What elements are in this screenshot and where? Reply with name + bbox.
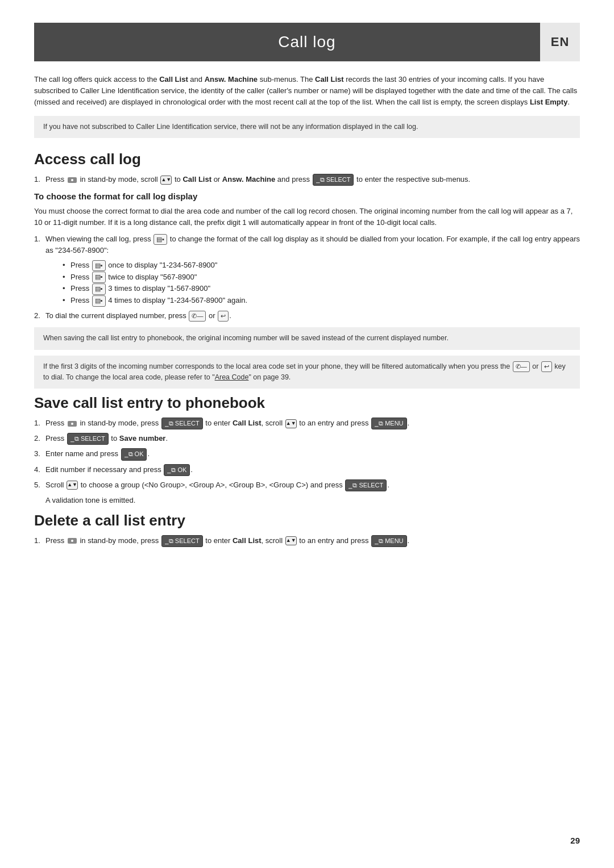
- format-key: ▤▪: [154, 234, 167, 245]
- page-title: Call log: [278, 33, 335, 51]
- svg-point-3: [71, 423, 73, 425]
- format-bullets: Press ▤▪ once to display "1-234-567-8900…: [63, 260, 580, 307]
- fmt-key-4: ▤▪: [92, 295, 106, 307]
- fmt-key-1: ▤▪: [92, 260, 106, 272]
- scroll-icon-2: ▲▼: [285, 419, 297, 428]
- page: Call log EN The call log offers quick ac…: [0, 0, 614, 868]
- ok-key-2: ⎯⧉ OK: [164, 464, 190, 476]
- delete-step-1: 1. Press in stand-by mode, press ⎯⧉ SELE…: [34, 535, 580, 547]
- format-bullet-3: Press ▤▪ 3 times to display "1-567-8900": [63, 283, 580, 295]
- page-header: Call log EN: [34, 23, 580, 61]
- fmt-key-2: ▤▪: [92, 272, 106, 283]
- info-box-text: If you have not subscribed to Caller Lin…: [43, 123, 418, 131]
- delete-section-heading: Delete a call list entry: [34, 512, 580, 529]
- save-step-1: 1. Press in stand-by mode, press ⎯⧉ SELE…: [34, 418, 580, 429]
- format-steps: 1. When viewing the call log, press ▤▪ t…: [34, 233, 580, 322]
- delete-steps: 1. Press in stand-by mode, press ⎯⧉ SELE…: [34, 535, 580, 547]
- save-step-2: 2. Press ⎯⧉ SELECT to Save number.: [34, 433, 580, 445]
- format-intro: You must choose the correct format to di…: [34, 206, 580, 228]
- save-section-heading: Save call list entry to phonebook: [34, 394, 580, 412]
- svg-point-5: [71, 540, 73, 542]
- intro-paragraph: The call log offers quick access to the …: [34, 74, 580, 108]
- svg-point-1: [71, 179, 73, 181]
- access-calllog-heading: Access call log: [34, 151, 580, 168]
- filter-dial-key-2: ↩: [541, 361, 552, 372]
- scroll-icon-4: ▲▼: [285, 536, 297, 545]
- scroll-icon: ▲▼: [160, 176, 172, 185]
- select-key-4: ⎯⧉ SELECT: [345, 479, 387, 491]
- info-box: If you have not subscribed to Caller Lin…: [34, 116, 580, 138]
- access-step-1: 1. Press in stand-by mode, scroll ▲▼ to …: [34, 174, 580, 186]
- home-icon: [67, 176, 77, 184]
- format-step-1: 1. When viewing the call log, press ▤▪ t…: [34, 233, 580, 307]
- format-subheading: To choose the format for call log displa…: [34, 191, 580, 201]
- dial-key-1: ✆—: [189, 311, 206, 322]
- menu-key-2: ⎯⧉ MENU: [371, 535, 406, 547]
- access-calllog-steps: 1. Press in stand-by mode, scroll ▲▼ to …: [34, 174, 580, 186]
- save-step-5: 5. Scroll ▲▼ to choose a group (<No Grou…: [34, 479, 580, 491]
- save-step-4: 4. Edit number if necessary and press ⎯⧉…: [34, 464, 580, 476]
- save-step-6: A validation tone is emitted.: [34, 495, 580, 506]
- format-bullet-1: Press ▤▪ once to display "1-234-567-8900…: [63, 260, 580, 272]
- language-badge: EN: [540, 23, 580, 61]
- save-steps: 1. Press in stand-by mode, press ⎯⧉ SELE…: [34, 418, 580, 506]
- fmt-key-3: ▤▪: [92, 283, 106, 295]
- scroll-icon-3: ▲▼: [67, 481, 78, 490]
- home-icon-3: [67, 537, 77, 545]
- menu-key: ⎯⧉ MENU: [371, 418, 406, 429]
- select-key-2: ⎯⧉ SELECT: [161, 418, 203, 429]
- format-bullet-2: Press ▤▪ twice to display "567-8900": [63, 272, 580, 283]
- select-key-3: ⎯⧉ SELECT: [67, 433, 109, 445]
- filter-note-box: If the first 3 digits of the incoming nu…: [34, 356, 580, 389]
- select-key: ⎯⧉ SELECT: [313, 174, 354, 186]
- filter-dial-key-1: ✆—: [513, 361, 530, 372]
- save-note-box: When saving the call list entry to phone…: [34, 327, 580, 349]
- page-number: 29: [570, 836, 580, 845]
- format-bullet-4: Press ▤▪ 4 times to display "1-234-567-8…: [63, 295, 580, 307]
- dial-key-2: ↩: [218, 311, 229, 322]
- home-icon-2: [67, 420, 77, 428]
- format-step-2: 2. To dial the current displayed number,…: [34, 310, 580, 322]
- save-step-3: 3. Enter name and press ⎯⧉ OK.: [34, 448, 580, 460]
- select-key-5: ⎯⧉ SELECT: [161, 535, 203, 547]
- ok-key-1: ⎯⧉ OK: [121, 448, 147, 460]
